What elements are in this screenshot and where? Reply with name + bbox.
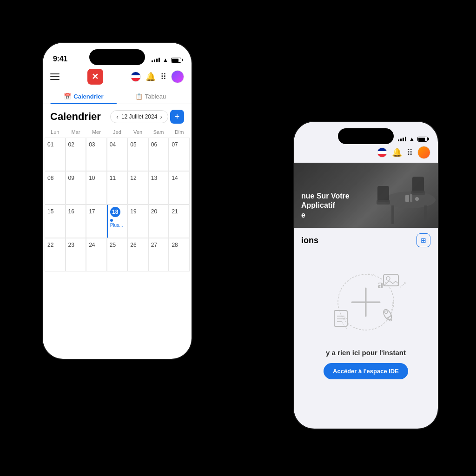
calendar-days-header: Lun Mar Mer Jed Ven Sam Dim xyxy=(43,127,192,137)
add-event-button[interactable]: + xyxy=(170,110,184,124)
svg-point-9 xyxy=(415,197,419,201)
wifi-icon-2: ▲ xyxy=(409,136,415,142)
current-date: 12 Juillet 2024 xyxy=(121,113,157,120)
hero-line1: nue Sur Votre xyxy=(301,192,350,200)
table-row[interactable]: 04 xyxy=(107,138,128,171)
flag-france-icon-2[interactable] xyxy=(377,147,387,158)
empty-icon-area: a xyxy=(324,260,408,344)
app-logo: ✕ xyxy=(87,69,103,85)
empty-state-text: y a rien ici pour l'instant xyxy=(326,349,406,357)
svg-rect-7 xyxy=(405,195,409,202)
office-illustration xyxy=(364,172,438,228)
table-row[interactable]: 15 xyxy=(45,205,66,238)
table-row[interactable]: 07 xyxy=(169,138,190,171)
table-row[interactable]: 25 xyxy=(107,238,128,271)
table-row[interactable]: 08 xyxy=(45,171,66,205)
ide-access-button[interactable]: Accéder à l'espace IDE xyxy=(324,363,408,379)
svg-point-19 xyxy=(384,311,388,314)
svg-rect-4 xyxy=(377,200,390,205)
svg-rect-5 xyxy=(412,177,424,193)
table-row[interactable]: 23 xyxy=(66,238,86,271)
avatar-1[interactable] xyxy=(171,70,184,83)
battery-icon xyxy=(171,58,181,63)
table-row[interactable]: 17 xyxy=(86,205,107,238)
calendar-grid: 01 02 03 04 05 06 07 08 09 10 11 12 13 1… xyxy=(43,138,192,305)
flag-france-icon[interactable] xyxy=(131,72,141,82)
empty-state: a xyxy=(294,251,438,389)
table-row[interactable]: 26 xyxy=(127,238,148,271)
table-row[interactable]: 16 xyxy=(66,205,86,238)
empty-state-illustration: a xyxy=(324,260,408,344)
hero-text: nue Sur Votre Applicatif e xyxy=(301,192,350,220)
svg-point-14 xyxy=(386,277,390,280)
table-row[interactable]: 20 xyxy=(148,205,169,238)
signal-icon xyxy=(152,58,160,62)
dynamic-island-2 xyxy=(338,128,394,144)
day-jed: Jed xyxy=(107,127,128,137)
bell-icon[interactable]: 🔔 xyxy=(145,72,156,82)
phone-2-ide: ▲ 🔔 ⠿ xyxy=(294,122,438,429)
day-lun: Lun xyxy=(45,127,66,137)
table-row[interactable]: 21 xyxy=(169,205,190,238)
avatar-2[interactable] xyxy=(417,146,430,159)
dynamic-island-1 xyxy=(89,49,145,65)
signal-icon-2 xyxy=(398,137,406,141)
today-cell[interactable]: 18 Plus... xyxy=(107,205,128,238)
monitor-icon: ⊞ xyxy=(421,237,426,244)
calendar-nav: ‹ 12 Juillet 2024 › + xyxy=(110,110,184,124)
svg-rect-3 xyxy=(377,186,389,202)
svg-rect-1 xyxy=(391,205,394,224)
battery-icon-2 xyxy=(417,137,428,142)
table-row[interactable]: 28 xyxy=(169,238,190,271)
table-tab-icon: 📋 xyxy=(135,93,143,100)
table-row[interactable]: 22 xyxy=(45,238,66,271)
tab-calendrier[interactable]: 📅 Calendrier xyxy=(50,88,117,104)
bell-icon-2[interactable]: 🔔 xyxy=(392,147,402,158)
date-badge[interactable]: ‹ 12 Juillet 2024 › xyxy=(110,110,168,123)
cal-tab-icon: 📅 xyxy=(64,93,71,100)
top-nav-1: ✕ 🔔 ⠿ xyxy=(43,67,192,88)
table-row[interactable]: 02 xyxy=(66,138,86,171)
grid-icon-2[interactable]: ⠿ xyxy=(407,147,413,158)
tabs-1: 📅 Calendrier 📋 Tableau xyxy=(43,88,192,104)
event-more-label[interactable]: Plus... xyxy=(110,223,125,228)
table-row[interactable]: 06 xyxy=(148,138,169,171)
hero-line3: e xyxy=(301,211,305,219)
svg-text:a: a xyxy=(377,278,383,291)
table-row[interactable]: 09 xyxy=(66,171,86,205)
table-row[interactable]: 24 xyxy=(86,238,107,271)
grid-icon[interactable]: ⠿ xyxy=(160,72,166,82)
table-row[interactable]: 11 xyxy=(107,171,128,205)
nav-right-1: 🔔 ⠿ xyxy=(131,70,184,83)
day-sam: Sam xyxy=(148,127,169,137)
day-dim: Dim xyxy=(169,127,190,137)
phone-1-calendar: 9:41 ▲ ✕ xyxy=(43,43,192,359)
hero-line2: Applicatif xyxy=(301,201,335,209)
nav-right-2: 🔔 ⠿ xyxy=(377,146,430,159)
hero-banner: nue Sur Votre Applicatif e xyxy=(294,163,438,228)
day-mar: Mar xyxy=(66,127,86,137)
table-row[interactable]: 19 xyxy=(127,205,148,238)
table-row[interactable]: 27 xyxy=(148,238,169,271)
table-row[interactable]: 01 xyxy=(45,138,66,171)
chevron-right-icon[interactable]: › xyxy=(160,113,162,120)
chevron-left-icon[interactable]: ‹ xyxy=(116,113,119,120)
wifi-icon: ▲ xyxy=(163,57,168,63)
table-row[interactable]: 14 xyxy=(169,171,190,205)
table-row[interactable]: 12 xyxy=(127,171,148,205)
day-mer: Mer xyxy=(86,127,107,137)
tab-tableau[interactable]: 📋 Tableau xyxy=(117,88,184,104)
day-ven: Ven xyxy=(127,127,148,137)
status-time-1: 9:41 xyxy=(53,55,67,63)
table-row[interactable]: 03 xyxy=(86,138,107,171)
table-row[interactable]: 10 xyxy=(86,171,107,205)
hamburger-icon[interactable] xyxy=(50,73,60,80)
calendar-title: Calendrier xyxy=(50,111,101,123)
svg-rect-6 xyxy=(411,191,425,195)
table-row[interactable]: 13 xyxy=(148,171,169,205)
calendar-header: Calendrier ‹ 12 Juillet 2024 › + xyxy=(43,104,192,127)
status-icons-2: ▲ xyxy=(398,136,428,142)
section-row: ions ⊞ xyxy=(294,228,438,251)
table-row[interactable]: 05 xyxy=(127,138,148,171)
section-icon-button[interactable]: ⊞ xyxy=(416,233,430,247)
